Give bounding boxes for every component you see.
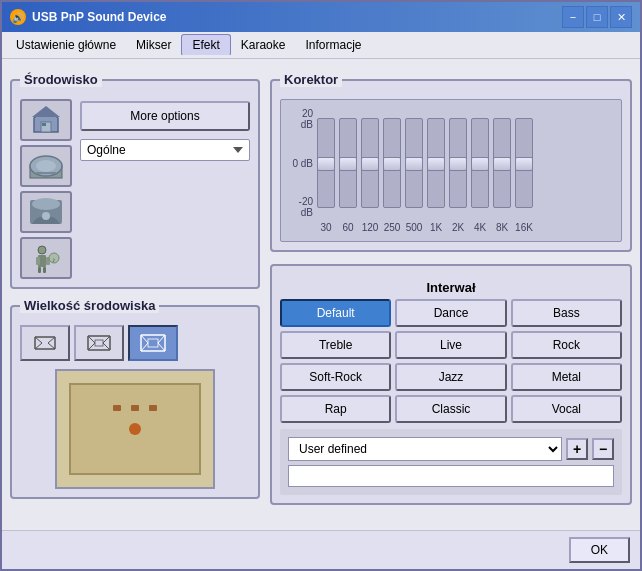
user-defined-select[interactable]: User defined [288,437,562,461]
svg-rect-35 [95,340,103,346]
env-icon-house[interactable] [20,99,72,141]
svg-point-6 [36,160,56,172]
freq-250: 250 [383,222,401,233]
eq-thumb-30hz[interactable] [317,157,335,171]
svg-point-9 [32,198,60,210]
room-inner [69,383,201,475]
korektor-title: Korektor [280,72,342,87]
eq-slider-500hz[interactable] [405,118,423,208]
room-handles [113,405,157,411]
svg-line-31 [88,336,95,343]
right-panel: Korektor 20 dB 0 dB -20 dB [270,67,632,522]
svg-line-34 [103,343,110,350]
env-icon-opera[interactable] [20,145,72,187]
size-group-title: Wielkość środowiska [20,298,159,313]
size-group: Wielkość środowiska [10,305,260,499]
eq-thumb-250hz[interactable] [383,157,401,171]
eq-thumb-4khz[interactable] [471,157,489,171]
eq-freq-labels: 30 60 120 250 500 1K 2K 4K 8K 16K [289,222,613,233]
eq-slider-2khz[interactable] [449,118,467,208]
env-controls-right: More options Ogólne Pokój Sala Jaskinia [80,99,250,161]
eq-slider-60hz[interactable] [339,118,357,208]
interval-soft-rock[interactable]: Soft-Rock [280,363,391,391]
size-large-icon [138,332,168,354]
title-bar: 🔊 USB PnP Sound Device − □ ✕ [2,2,640,32]
svg-line-42 [141,343,148,351]
svg-line-32 [103,336,110,343]
svg-line-23 [35,337,42,343]
korektor-group: Korektor 20 dB 0 dB -20 dB [270,79,632,252]
svg-rect-44 [148,339,158,347]
menu-bar: Ustawienie główne Mikser Efekt Karaoke I… [2,32,640,59]
interval-group: Interwał Default Dance Bass Treble Live … [270,264,632,505]
interval-treble[interactable]: Treble [280,331,391,359]
menu-item-informacje[interactable]: Informacje [295,35,371,55]
size-small-button[interactable] [20,325,70,361]
eq-thumb-60hz[interactable] [339,157,357,171]
eq-thumb-2khz[interactable] [449,157,467,171]
interval-vocal[interactable]: Vocal [511,395,622,423]
freq-16k: 16K [515,222,533,233]
eq-slider-16khz[interactable] [515,118,533,208]
left-panel: Środowisko [10,67,260,522]
menu-item-mikser[interactable]: Mikser [126,35,181,55]
interval-rock[interactable]: Rock [511,331,622,359]
eq-slider-120hz[interactable] [361,118,379,208]
svg-rect-16 [43,267,46,273]
env-icons-col: ♪ [20,99,72,279]
menu-item-karaoke[interactable]: Karaoke [231,35,296,55]
env-dropdown[interactable]: Ogólne Pokój Sala Jaskinia [80,139,250,161]
eq-thumb-120hz[interactable] [361,157,379,171]
ok-button[interactable]: OK [569,537,630,563]
eq-thumb-16khz[interactable] [515,157,533,171]
svg-line-26 [48,343,55,349]
svg-line-33 [88,343,95,350]
svg-rect-13 [36,257,40,265]
eq-thumb-8khz[interactable] [493,157,511,171]
eq-slider-250hz[interactable] [383,118,401,208]
svg-rect-3 [42,123,46,126]
maximize-button[interactable]: □ [586,6,608,28]
interval-jazz[interactable]: Jazz [395,363,506,391]
remove-preset-button[interactable]: − [592,438,614,460]
env-icon-person[interactable]: ♪ [20,237,72,279]
eq-slider-30hz[interactable] [317,118,335,208]
size-large-button[interactable] [128,325,178,361]
svg-line-41 [158,335,165,343]
eq-slider-4khz[interactable] [471,118,489,208]
freq-2k: 2K [449,222,467,233]
minimize-button[interactable]: − [562,6,584,28]
eq-wrapper: 20 dB 0 dB -20 dB [289,108,613,218]
svg-line-43 [158,343,165,351]
interval-dance[interactable]: Dance [395,299,506,327]
user-defined-section: User defined + − [280,429,622,495]
env-group: Środowisko [10,79,260,289]
room-handle-3 [149,405,157,411]
eq-thumb-1khz[interactable] [427,157,445,171]
svg-line-25 [35,343,42,349]
env-group-title: Środowisko [20,72,102,87]
add-preset-button[interactable]: + [566,438,588,460]
room-handle-1 [113,405,121,411]
size-small-icon [30,332,60,354]
svg-line-40 [141,335,148,343]
interval-rap[interactable]: Rap [280,395,391,423]
menu-item-efekt[interactable]: Efekt [181,34,230,56]
freq-4k: 4K [471,222,489,233]
interval-metal[interactable]: Metal [511,363,622,391]
env-icon-cave[interactable] [20,191,72,233]
more-options-button[interactable]: More options [80,101,250,131]
size-medium-button[interactable] [74,325,124,361]
user-text-input[interactable] [288,465,614,487]
title-buttons: − □ ✕ [562,6,632,28]
close-button[interactable]: ✕ [610,6,632,28]
menu-item-ustawienie[interactable]: Ustawienie główne [6,35,126,55]
eq-slider-8khz[interactable] [493,118,511,208]
eq-slider-1khz[interactable] [427,118,445,208]
eq-thumb-500hz[interactable] [405,157,423,171]
interval-classic[interactable]: Classic [395,395,506,423]
interval-bass[interactable]: Bass [511,299,622,327]
interval-live[interactable]: Live [395,331,506,359]
svg-rect-7 [36,172,56,174]
interval-default[interactable]: Default [280,299,391,327]
